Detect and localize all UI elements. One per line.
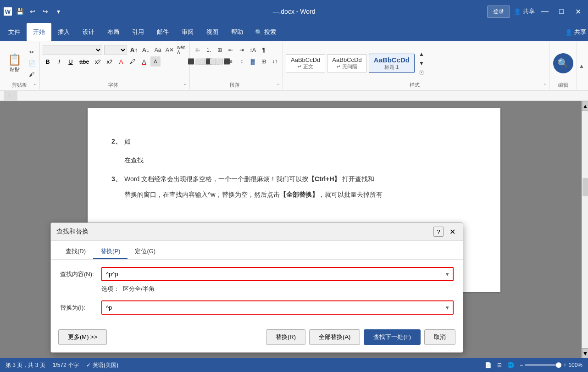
styles-expand[interactable]: ⌐: [544, 82, 546, 86]
menu-reference[interactable]: 引用: [126, 23, 150, 41]
view-normal-icon[interactable]: 📄: [485, 362, 492, 368]
styles-down-button[interactable]: ▼: [416, 59, 427, 68]
copy-button[interactable]: 📄: [27, 58, 37, 68]
decrease-font-button[interactable]: A↓: [141, 45, 151, 55]
superscript-button[interactable]: x2: [105, 56, 115, 67]
share-icon-btn[interactable]: 👤 共享: [565, 28, 586, 36]
undo-button[interactable]: ↩: [28, 6, 38, 17]
line-spacing-button[interactable]: ↕: [237, 56, 247, 67]
replace-dropdown-button[interactable]: ▾: [442, 304, 453, 311]
window-title: —.docx - Word: [272, 8, 315, 15]
menu-home[interactable]: 开始: [27, 23, 51, 41]
ribbon-collapse-button[interactable]: ▲: [577, 42, 586, 89]
highlight-button[interactable]: 🖍: [128, 56, 138, 67]
dialog-body: 查找内容(N): ▾ 选项： 区分全/半角 替换为(I): ▾: [51, 260, 463, 326]
font-color-button[interactable]: A: [116, 56, 126, 67]
find-dropdown-button[interactable]: ▾: [442, 271, 453, 278]
save-button[interactable]: 💾: [15, 6, 25, 17]
font-color2-button[interactable]: A: [139, 56, 149, 67]
ribbon-styles: AaBbCcDd ↵ 正文 AaBbCcDd ↵ 无间隔 AaBbCcDd 标题…: [283, 42, 549, 89]
clipboard-expand[interactable]: ⌐: [34, 82, 37, 86]
menu-insert[interactable]: 插入: [51, 23, 76, 41]
paragraph-expand[interactable]: ⌐: [277, 82, 280, 86]
change-case-button[interactable]: Aa: [153, 45, 163, 55]
style-nospace-button[interactable]: AaBbCcDd ↵ 无间隔: [327, 54, 366, 72]
strikethrough-button[interactable]: abc: [77, 56, 91, 67]
replace-input-wrap: ▾: [101, 300, 454, 315]
bold-button[interactable]: B: [43, 56, 53, 67]
replace-button[interactable]: 替换(R): [266, 329, 305, 345]
italic-button[interactable]: I: [54, 56, 64, 67]
shading-button[interactable]: ▓: [248, 56, 258, 67]
styles-more-button[interactable]: ⊡: [416, 68, 427, 77]
redo-button[interactable]: ↪: [40, 6, 50, 17]
phonetic-button[interactable]: wén A: [177, 45, 187, 55]
style-heading1-button[interactable]: AaBbCcDd 标题 1: [369, 54, 415, 73]
menu-bar: 文件 开始 插入 设计 布局 引用 邮件 审阅 视图 帮助 🔍 搜索 👤 共享: [0, 23, 588, 41]
zoom-track[interactable]: [525, 364, 561, 366]
font-expand[interactable]: ⌐: [184, 82, 187, 86]
find-input[interactable]: [102, 268, 442, 280]
dialog-title-bar: 查找和替换 ? ✕: [51, 223, 463, 241]
zoom-in-button[interactable]: +: [563, 362, 566, 368]
view-layout-icon[interactable]: ⊟: [497, 362, 502, 368]
title-bar: W 💾 ↩ ↪ ▾ —.docx - Word 登录 👤 共享 — □ ✕: [0, 0, 588, 23]
more-button[interactable]: 更多(M) >>: [58, 329, 107, 345]
border-button[interactable]: ⊞: [259, 56, 269, 67]
decrease-indent-button[interactable]: ⇤: [226, 45, 236, 55]
clear-format-button[interactable]: A✕: [165, 45, 175, 55]
customize-button[interactable]: ▾: [53, 6, 63, 17]
styles-up-button[interactable]: ▲: [416, 50, 427, 59]
zoom-out-button[interactable]: −: [520, 362, 523, 368]
format-painter-button[interactable]: 🖌: [27, 69, 37, 79]
show-hide-button[interactable]: ¶: [259, 45, 269, 55]
menu-mail[interactable]: 邮件: [150, 23, 175, 41]
dialog-close-button[interactable]: ✕: [447, 227, 457, 237]
menu-layout[interactable]: 布局: [101, 23, 126, 41]
paste-button[interactable]: 📋 粘贴: [5, 50, 25, 77]
cut-button[interactable]: ✂: [27, 47, 37, 57]
find-next-button[interactable]: 查找下一处(F): [364, 329, 421, 345]
menu-file[interactable]: 文件: [2, 23, 27, 41]
increase-font-button[interactable]: A↑: [129, 45, 139, 55]
share-button[interactable]: 👤 共享: [514, 7, 535, 16]
edit-search-button[interactable]: 🔍: [553, 53, 573, 73]
menu-help[interactable]: 帮助: [225, 23, 250, 41]
char-shading-button[interactable]: A: [150, 56, 161, 67]
dialog-buttons: 更多(M) >> 替换(R) 全部替换(A) 查找下一处(F) 取消: [51, 326, 463, 352]
menu-view[interactable]: 视图: [200, 23, 225, 41]
list-multi-button[interactable]: ⊞: [215, 45, 225, 55]
list-bullet-button[interactable]: ≡·: [193, 45, 203, 55]
tab-replace[interactable]: 替换(P): [93, 244, 128, 259]
menu-design[interactable]: 设计: [76, 23, 101, 41]
font-size-select[interactable]: [104, 45, 127, 55]
maximize-button[interactable]: □: [555, 5, 568, 18]
sort-button[interactable]: ↕A: [248, 45, 258, 55]
close-button[interactable]: ✕: [571, 5, 584, 18]
list-number-button[interactable]: 1.: [204, 45, 214, 55]
underline-button[interactable]: U: [66, 56, 76, 67]
menu-search[interactable]: 🔍 搜索: [250, 23, 282, 41]
status-bar: 第 3 页，共 3 页 1/572 个字 ✓ 英语(美国) 📄 ⊟ 🌐 − + …: [0, 358, 588, 372]
font-name-select[interactable]: [43, 45, 102, 55]
minimize-button[interactable]: —: [538, 5, 551, 18]
col-sort-button[interactable]: ↓↑: [270, 56, 280, 67]
ribbon-clipboard: 📋 粘贴 ✂ 📄 🖌 剪贴板 ⌐: [2, 42, 40, 89]
align-right-button[interactable]: ⬜⬜⬛: [215, 56, 225, 67]
subscript-button[interactable]: x2: [93, 56, 103, 67]
title-bar-left: W 💾 ↩ ↪ ▾: [4, 6, 63, 17]
tab-goto[interactable]: 定位(G): [128, 244, 163, 259]
replace-all-button[interactable]: 全部替换(A): [309, 329, 360, 345]
replace-input[interactable]: [102, 301, 442, 314]
justify-button[interactable]: ≡: [226, 56, 236, 67]
tab-find[interactable]: 查找(D): [58, 244, 93, 259]
ruler-corner[interactable]: L: [4, 91, 17, 100]
dialog-title: 查找和替换: [56, 228, 89, 236]
cancel-button[interactable]: 取消: [424, 329, 455, 345]
menu-review[interactable]: 审阅: [175, 23, 200, 41]
view-web-icon[interactable]: 🌐: [507, 362, 514, 368]
dialog-help-button[interactable]: ?: [433, 227, 444, 237]
login-button[interactable]: 登录: [487, 6, 510, 18]
style-normal-button[interactable]: AaBbCcDd ↵ 正文: [286, 54, 325, 72]
increase-indent-button[interactable]: ⇥: [237, 45, 247, 55]
